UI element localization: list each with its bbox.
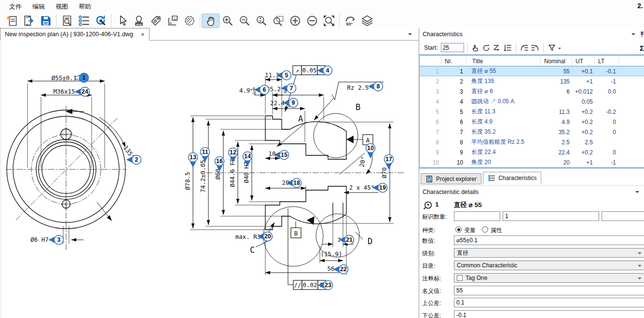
balloon-17[interactable]: 17 bbox=[384, 155, 394, 169]
field-label: 下公差: bbox=[422, 312, 441, 318]
select-chevron-icon[interactable] bbox=[638, 252, 642, 256]
balloon-19[interactable]: 19 bbox=[373, 183, 387, 193]
sort-list-icon[interactable] bbox=[502, 42, 513, 53]
drawing-canvas[interactable]: Ø55±0.1M36x15135°Ø6 H711.34.9+0.2-035.2+… bbox=[0, 41, 419, 318]
recalculate-button[interactable] bbox=[92, 14, 109, 28]
insert-before-icon[interactable] bbox=[519, 42, 530, 53]
kind-radio-label: 属性 bbox=[491, 226, 502, 235]
filter-chevron-icon[interactable] bbox=[558, 48, 561, 51]
table-cell: 角度 20 bbox=[466, 157, 541, 167]
zoom-window-button[interactable] bbox=[270, 14, 287, 28]
sigma-summary-icon[interactable]: Σ bbox=[640, 44, 644, 52]
touch-pick-icon[interactable] bbox=[470, 42, 481, 53]
tag-select[interactable]: Tag One bbox=[454, 273, 644, 283]
pan-hand-button[interactable] bbox=[202, 14, 219, 28]
column-header-nominal[interactable]: Nominal bbox=[541, 56, 572, 66]
zoom-fit-button[interactable] bbox=[320, 14, 337, 28]
tab-characteristics[interactable]: Characteristics bbox=[483, 172, 541, 184]
balloon-21[interactable]: 21 bbox=[340, 235, 354, 245]
find-characteristic-button[interactable] bbox=[58, 14, 75, 28]
corner-dimension-button[interactable]: 1A bbox=[164, 14, 181, 28]
insert-after-icon[interactable] bbox=[530, 42, 540, 53]
panel-menu-chevron-icon[interactable] bbox=[631, 33, 635, 37]
kind-radio-1[interactable] bbox=[482, 226, 488, 233]
table-row[interactable]: 22角度 135135+1-1 bbox=[420, 76, 644, 86]
tag-checkbox[interactable] bbox=[457, 275, 463, 281]
save-button[interactable] bbox=[37, 14, 54, 28]
menu-item-0[interactable]: 文件 bbox=[4, 0, 27, 14]
menu-item-3[interactable]: 帮助 bbox=[73, 0, 96, 14]
value-input[interactable] bbox=[454, 235, 644, 245]
table-row[interactable]: 77长度 35.235.2+0.20 bbox=[420, 127, 644, 137]
column-header-ut[interactable]: UT bbox=[572, 56, 595, 66]
dim-text: Rz 2.5 bbox=[347, 84, 369, 91]
balloon-13[interactable]: 13 bbox=[189, 153, 198, 167]
zoom-in-button[interactable] bbox=[219, 14, 236, 28]
table-row[interactable]: 88平均值粗糙度 Rz 2.52.52.5 bbox=[420, 137, 644, 147]
panel-menu-chevron-icon[interactable] bbox=[635, 191, 639, 195]
zoom-out-button[interactable] bbox=[236, 14, 253, 28]
table-row[interactable]: 33直径 ⌀ 66+0.0120.0 bbox=[420, 86, 644, 97]
dim-text: Ø78.5 bbox=[184, 172, 191, 190]
level-select[interactable]: 直径 bbox=[454, 248, 644, 258]
table-cell: 8 bbox=[441, 137, 466, 147]
open-plan-button[interactable] bbox=[20, 14, 37, 28]
zigzag-icon[interactable] bbox=[492, 42, 502, 53]
layers-button[interactable] bbox=[358, 14, 375, 28]
characteristic-list-button[interactable] bbox=[75, 14, 92, 28]
table-row[interactable]: 99长度 22.422.4+0.20 bbox=[420, 147, 644, 157]
column-header-nr[interactable]: Nr. bbox=[441, 56, 466, 66]
kind-radio-0[interactable] bbox=[455, 226, 462, 233]
balloon-16[interactable]: 16 bbox=[215, 157, 224, 171]
balloon-8[interactable]: 8 bbox=[369, 82, 383, 91]
id-count-input-2[interactable] bbox=[503, 211, 599, 221]
table-row[interactable]: 44圆跳动 ↗ 0.05 A0.05 bbox=[420, 97, 644, 107]
increase-button[interactable] bbox=[287, 14, 303, 28]
column-header-title[interactable]: Title bbox=[466, 56, 541, 66]
table-row[interactable]: 11直径 ⌀ 5555+0.1-0.1 bbox=[420, 66, 644, 76]
nominal-input[interactable] bbox=[454, 286, 644, 295]
column-header-blank[interactable] bbox=[619, 56, 644, 66]
table-cell: 5 bbox=[420, 107, 441, 117]
table-row[interactable]: 1010角度 2020+1-1 bbox=[420, 157, 644, 167]
tag-characteristic-button[interactable] bbox=[147, 14, 164, 28]
catalog-select[interactable]: Common Characteristic bbox=[454, 261, 644, 270]
table-cell bbox=[619, 107, 644, 117]
column-header-lt[interactable]: LT bbox=[595, 56, 619, 66]
table-cell: 2.5 bbox=[541, 137, 572, 147]
pin-icon[interactable] bbox=[639, 31, 644, 40]
table-cell bbox=[619, 137, 644, 147]
zoom-dynamic-button[interactable] bbox=[253, 14, 270, 28]
lasso-select-button[interactable] bbox=[181, 14, 198, 28]
balloon-3[interactable]: 3 bbox=[49, 235, 64, 245]
table-row[interactable]: 55长度 11.311.3+0.2-0.2 bbox=[420, 107, 644, 117]
stamp-characteristic-button[interactable] bbox=[130, 14, 147, 28]
version-text: 2. bbox=[637, 2, 643, 10]
id-count-input-3[interactable] bbox=[602, 211, 644, 221]
lower-tolerance-input[interactable] bbox=[454, 310, 644, 318]
id-count-input-1[interactable] bbox=[454, 211, 500, 221]
upper-tolerance-input[interactable] bbox=[454, 298, 644, 307]
characteristics-toolbar: Start: bbox=[419, 41, 644, 55]
decrease-button[interactable] bbox=[303, 14, 320, 28]
menu-item-2[interactable]: 视图 bbox=[50, 0, 73, 14]
table-cell: +1 bbox=[572, 157, 595, 167]
field-label: 级别: bbox=[422, 249, 435, 258]
replay-icon[interactable] bbox=[481, 42, 492, 53]
new-plan-button[interactable]: ★ bbox=[3, 14, 20, 28]
balloon-10[interactable]: 10 bbox=[366, 144, 375, 158]
column-header-blank[interactable] bbox=[420, 56, 441, 66]
select-chevron-icon[interactable] bbox=[638, 277, 642, 281]
document-tab[interactable]: New inspection plan (A) | 930-1200-406-V… bbox=[0, 28, 150, 41]
tab-list-chevron-icon[interactable] bbox=[408, 33, 412, 37]
svg-text:★: ★ bbox=[6, 14, 11, 21]
close-tab-icon[interactable]: × bbox=[141, 31, 145, 38]
filter-icon[interactable] bbox=[547, 42, 557, 53]
select-chevron-icon[interactable] bbox=[638, 265, 642, 269]
rotate-90-button[interactable]: 90° bbox=[342, 14, 358, 28]
tab-project-explorer[interactable]: Project explorer bbox=[421, 173, 481, 184]
menu-item-1[interactable]: 编辑 bbox=[27, 0, 50, 14]
select-cursor-button[interactable] bbox=[113, 14, 130, 28]
start-input[interactable] bbox=[441, 43, 464, 52]
table-row[interactable]: 66长度 4.94.9+0.20 bbox=[420, 117, 644, 127]
